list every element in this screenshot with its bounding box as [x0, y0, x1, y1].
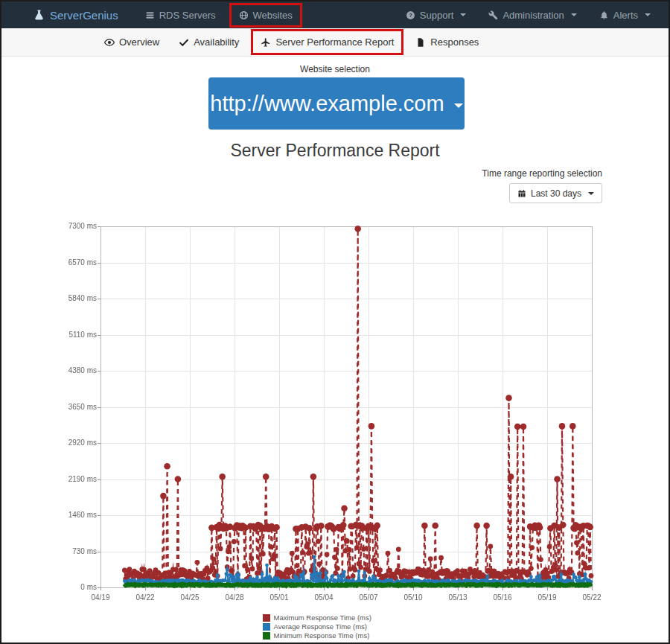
globe-icon [239, 10, 249, 20]
legend-label: Maximum Response Time (ms) [274, 613, 371, 622]
y-axis-tick-label: 2190 ms [45, 475, 97, 483]
wrench-icon [488, 10, 498, 20]
legend-item-average: Average Response Time (ms) [263, 622, 408, 631]
legend-label: Minimum Response Time (ms) [274, 631, 370, 640]
nav-item-label: Alerts [613, 10, 638, 21]
caret-down-icon [571, 13, 577, 16]
performance-chart-canvas [1, 214, 670, 608]
legend-swatch-minimum [263, 632, 270, 640]
y-axis-tick-label: 3650 ms [45, 403, 97, 411]
website-selection-label: Website selection [1, 64, 669, 74]
y-axis-tick-label: 2920 ms [45, 439, 97, 447]
app-window: ServerGenius RDS Servers Websites ? Supp… [0, 0, 670, 644]
plane-icon [261, 37, 271, 48]
nav-item-support[interactable]: ? Support [398, 5, 474, 25]
servers-icon [145, 10, 155, 20]
y-axis-tick-label: 7300 ms [45, 222, 97, 230]
x-axis-tick-label: 05/13 [439, 593, 476, 602]
x-axis-tick-label: 05/04 [305, 593, 342, 602]
tab-server-performance-report[interactable]: Server Performance Report [251, 29, 403, 55]
caret-down-icon [645, 13, 651, 16]
time-range-label: Time range reporting selection [482, 168, 602, 179]
chart-legend: Maximum Response Time (ms) Average Respo… [1, 613, 669, 640]
x-axis-tick-label: 05/22 [573, 593, 610, 602]
bell-icon [599, 10, 609, 20]
website-dropdown-button[interactable]: http://www.example.com [208, 77, 465, 130]
tab-label: Server Performance Report [275, 36, 394, 48]
time-range-dropdown-button[interactable]: Last 30 days [509, 183, 602, 203]
nav-item-label: Websites [253, 10, 293, 21]
selection-area: Website selection http://www.example.com… [1, 57, 669, 214]
sub-navbar: Overview Availability Server Performance… [1, 28, 669, 57]
calendar-icon [517, 189, 526, 198]
y-axis-tick-label: 730 ms [45, 547, 97, 555]
brand-label: ServerGenius [50, 9, 118, 22]
legend-item-minimum: Minimum Response Time (ms) [263, 631, 408, 640]
x-axis-tick-label: 05/16 [484, 593, 521, 602]
tab-availability[interactable]: Availability [171, 31, 246, 53]
website-dropdown-label: http://www.example.com [210, 92, 444, 116]
time-range-value: Last 30 days [531, 188, 581, 199]
x-axis-tick-label: 04/25 [171, 593, 208, 602]
tab-overview[interactable]: Overview [97, 31, 167, 53]
y-axis-tick-label: 0 ms [45, 583, 97, 591]
legend-item-maximum: Maximum Response Time (ms) [263, 613, 408, 622]
tab-label: Availability [194, 36, 239, 48]
x-axis-tick-label: 04/19 [82, 593, 119, 602]
x-axis-tick-label: 04/22 [127, 593, 164, 602]
y-axis-tick-label: 1460 ms [45, 511, 97, 519]
y-axis-tick-label: 5110 ms [45, 331, 97, 339]
nav-item-websites[interactable]: Websites [229, 3, 302, 28]
nav-item-label: Support [420, 10, 454, 21]
x-axis-tick-label: 05/07 [350, 593, 387, 602]
check-icon [179, 37, 189, 48]
x-axis-tick-label: 05/19 [529, 593, 566, 602]
nav-item-administration[interactable]: Administration [481, 5, 584, 25]
flask-icon [33, 9, 45, 22]
performance-chart: 7300 ms6570 ms5840 ms5110 ms4380 ms3650 … [1, 214, 669, 644]
top-navbar: ServerGenius RDS Servers Websites ? Supp… [1, 1, 669, 28]
x-axis-tick-label: 05/10 [395, 593, 432, 602]
nav-item-alerts[interactable]: Alerts [592, 5, 658, 25]
nav-item-rds-servers[interactable]: RDS Servers [138, 5, 223, 25]
nav-left: RDS Servers Websites [138, 3, 302, 28]
legend-swatch-maximum [263, 614, 270, 622]
x-axis-tick-label: 05/01 [261, 593, 298, 602]
caret-down-icon [460, 13, 466, 16]
question-circle-icon: ? [406, 10, 415, 20]
tab-responses[interactable]: Responses [408, 31, 486, 53]
svg-text:?: ? [409, 12, 412, 19]
legend-label: Average Response Time (ms) [274, 622, 368, 631]
file-icon [415, 37, 426, 48]
y-axis-tick-label: 6570 ms [45, 258, 97, 267]
nav-item-label: RDS Servers [159, 10, 216, 21]
caret-down-icon [454, 103, 463, 108]
page-title: Server Performance Report [1, 141, 669, 161]
x-axis-tick-label: 04/28 [216, 593, 253, 602]
caret-down-icon [588, 192, 594, 195]
nav-right: ? Support Administration Alerts [398, 5, 658, 25]
tab-label: Responses [430, 36, 479, 48]
eye-icon [104, 37, 115, 48]
y-axis-tick-label: 5840 ms [45, 294, 97, 302]
nav-item-label: Administration [502, 10, 564, 21]
legend-swatch-average [263, 623, 270, 631]
brand-logo[interactable]: ServerGenius [33, 9, 118, 22]
tab-label: Overview [119, 36, 159, 48]
y-axis-tick-label: 4380 ms [45, 366, 97, 374]
